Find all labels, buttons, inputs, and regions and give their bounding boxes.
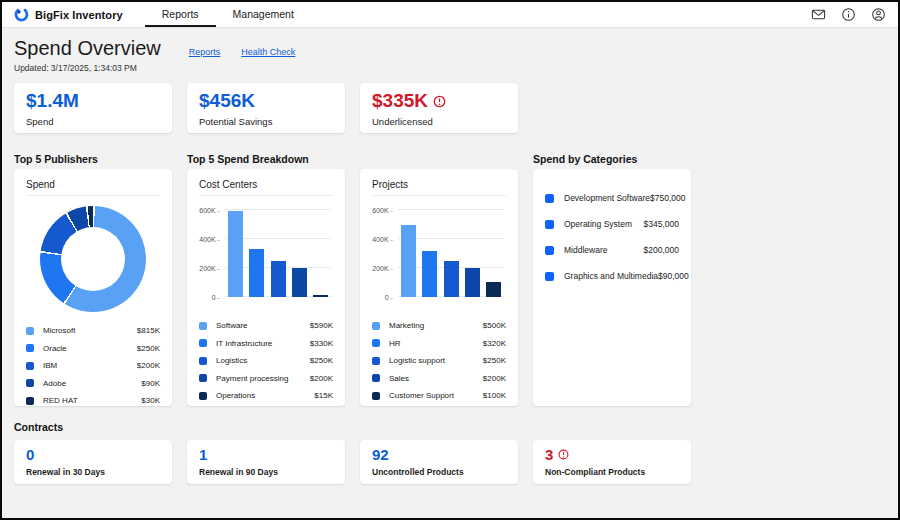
projects-bar-chart: 0 200K 400K 600K — [372, 202, 506, 310]
page-header: Spend Overview Reports Health Check — [14, 28, 886, 60]
category-value: $750,000 — [650, 193, 685, 203]
y-tick: 400K — [372, 236, 393, 243]
bar-software — [228, 211, 243, 297]
y-tick: 0 — [372, 294, 393, 301]
legend-swatch — [199, 374, 207, 382]
projects-legend: Marketing $500K HR $320K Logistic suppor… — [372, 317, 506, 405]
bar-operations — [313, 295, 328, 297]
brand: BigFix Inventory — [14, 2, 123, 27]
y-tick: 200K — [199, 265, 220, 272]
app-window: BigFix Inventory Reports Management — [0, 0, 900, 520]
category-label: Development Software — [564, 193, 650, 203]
contract-label: Renewal in 90 Days — [199, 467, 333, 477]
contract-card-renewal-30[interactable]: 0 Renewal in 30 Days — [14, 440, 172, 484]
category-swatch — [545, 272, 554, 281]
legend-swatch — [372, 322, 380, 330]
contract-value: 0 — [26, 446, 160, 463]
legend-item: Payment processing $200K — [199, 370, 333, 388]
user-icon[interactable] — [871, 7, 886, 22]
reports-link[interactable]: Reports — [189, 47, 221, 57]
legend-value: $250K — [137, 344, 160, 353]
y-tick: 0 — [199, 294, 220, 301]
legend-swatch — [372, 339, 380, 347]
kpi-label-potential-savings: Potential Savings — [199, 116, 333, 127]
kpi-label-underlicensed: Underlicensed — [372, 116, 506, 127]
contract-card-renewal-90[interactable]: 1 Renewal in 90 Days — [187, 440, 345, 484]
legend-value: $100K — [483, 391, 506, 400]
y-tick: 600K — [199, 207, 220, 214]
category-item: Graphics and Multimedia $90,000 — [545, 263, 679, 289]
legend-value: $250K — [483, 356, 506, 365]
kpi-card-spend[interactable]: $1.4M Spend — [14, 83, 172, 133]
legend-swatch — [199, 339, 207, 347]
legend-label: Marketing — [389, 321, 483, 330]
legend-label: Adobe — [43, 379, 141, 388]
donut-ring — [40, 206, 146, 312]
legend-value: $815K — [137, 326, 160, 335]
section-title-top5-publishers: Top 5 Publishers — [14, 153, 172, 165]
warning-icon — [558, 449, 569, 460]
info-icon[interactable] — [841, 7, 856, 22]
projects-chart-title: Projects — [372, 179, 506, 196]
cost-centers-legend: Software $590K IT Infrastructure $330K L… — [199, 317, 333, 405]
section-title-contracts: Contracts — [14, 421, 886, 433]
legend-value: $15K — [314, 391, 333, 400]
tab-reports[interactable]: Reports — [145, 2, 216, 27]
donut-chart-title: Spend — [26, 179, 160, 196]
legend-swatch — [199, 322, 207, 330]
top-bar: BigFix Inventory Reports Management — [2, 2, 898, 28]
y-tick: 200K — [372, 265, 393, 272]
contract-card-non-compliant[interactable]: 3 Non-Compliant Products — [533, 440, 691, 484]
legend-item: IT Infrastructure $330K — [199, 335, 333, 353]
legend-item: Operations $15K — [199, 387, 333, 405]
kpi-card-potential-savings[interactable]: $456K Potential Savings — [187, 83, 345, 133]
health-check-link[interactable]: Health Check — [241, 47, 295, 57]
y-tick: 600K — [372, 207, 393, 214]
cost-centers-bar-chart: 0 200K 400K 600K — [199, 202, 333, 310]
legend-item: Logistics $250K — [199, 352, 333, 370]
legend-swatch — [372, 374, 380, 382]
legend-value: $200K — [310, 374, 333, 383]
contract-label: Non-Compliant Products — [545, 467, 679, 477]
tab-management[interactable]: Management — [216, 2, 311, 27]
contract-card-uncontrolled-products[interactable]: 92 Uncontrolled Products — [360, 440, 518, 484]
kpi-value-potential-savings: $456K — [199, 90, 333, 112]
legend-value: $250K — [310, 356, 333, 365]
brand-name: BigFix Inventory — [35, 9, 123, 21]
bar-hr — [422, 251, 437, 297]
legend-label: Sales — [389, 374, 483, 383]
bar-marketing — [401, 225, 416, 297]
legend-label: Microsoft — [43, 326, 137, 335]
kpi-value-underlicensed: $335K — [372, 90, 506, 112]
bar-it-infrastructure — [249, 249, 264, 297]
legend-value: $90K — [141, 379, 160, 388]
bar-logistics — [271, 261, 286, 297]
legend-item: Sales $200K — [372, 370, 506, 388]
legend-label: Operations — [216, 391, 314, 400]
bigfix-logo-icon — [14, 7, 29, 22]
legend-label: RED HAT — [43, 396, 141, 405]
legend-swatch — [199, 392, 207, 400]
publishers-spend-card: Spend Microsoft $815K Oracle $250K — [14, 169, 172, 406]
projects-card: Projects 0 200K 400K 600K — [360, 169, 518, 406]
category-item: Operating System $345,000 — [545, 211, 679, 237]
legend-item: Adobe $90K — [26, 375, 160, 393]
category-label: Middleware — [564, 245, 644, 255]
legend-swatch — [26, 397, 34, 405]
legend-item: Microsoft $815K — [26, 322, 160, 340]
contract-value: 3 — [545, 446, 679, 463]
kpi-card-underlicensed[interactable]: $335K Underlicensed — [360, 83, 518, 133]
legend-swatch — [26, 362, 34, 370]
main-nav: Reports Management — [145, 2, 311, 27]
legend-swatch — [372, 392, 380, 400]
legend-value: $30K — [141, 396, 160, 405]
spend-by-categories-card: Development Software $750,000 Operating … — [533, 169, 691, 406]
cost-centers-card: Cost Centers 0 200K 400K 600K — [187, 169, 345, 406]
section-title-spacer — [360, 153, 518, 165]
legend-label: Payment processing — [216, 374, 310, 383]
category-item: Middleware $200,000 — [545, 237, 679, 263]
bar-payment-processing — [292, 268, 307, 297]
legend-item: RED HAT $30K — [26, 392, 160, 410]
mail-icon[interactable] — [811, 7, 826, 22]
warning-icon — [433, 95, 446, 108]
